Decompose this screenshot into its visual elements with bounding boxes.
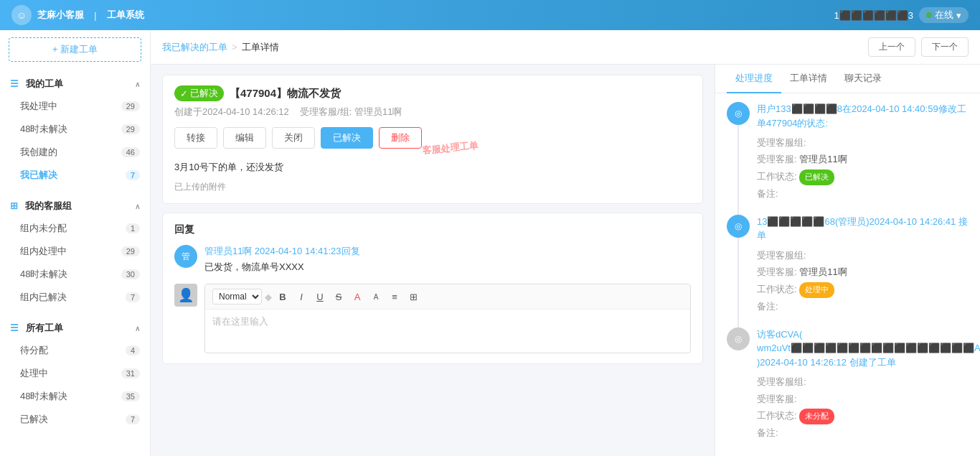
sidebar-section-my-tickets-header[interactable]: ☰ 我的工单 ∧ bbox=[0, 73, 150, 95]
ticket-title: 【477904】物流不发货 bbox=[230, 87, 341, 101]
timeline-author-1: 13⬛⬛⬛⬛⬛68(管理员)2024-04-10 14:26:41 接单 bbox=[757, 216, 968, 241]
timeline-field-0-0: 受理客服组: bbox=[757, 134, 969, 151]
new-ticket-button[interactable]: + 新建工单 bbox=[9, 37, 141, 62]
sidebar-item-all-processing[interactable]: 处理中 31 bbox=[0, 362, 150, 385]
timeline-field-2-3: 备注: bbox=[757, 424, 980, 441]
editor-placeholder: 请在这里输入 bbox=[212, 316, 268, 327]
ticket-detail: ✓ 已解决 【477904】物流不发货 创建于2024-04-10 14:26:… bbox=[151, 65, 715, 456]
next-ticket-button[interactable]: 下一个 bbox=[921, 37, 969, 57]
timeline-body-1: 13⬛⬛⬛⬛⬛68(管理员)2024-04-10 14:26:41 接单 受理客… bbox=[757, 215, 969, 315]
ticket-title-row: ✓ 已解决 【477904】物流不发货 bbox=[174, 85, 691, 101]
sidebar-item-my-processing-label: 我处理中 bbox=[20, 100, 57, 113]
timeline-body-2: 访客dCVA( wm2uVt⬛⬛⬛⬛⬛⬛⬛⬛⬛⬛⬛⬛⬛⬛⬛⬛A.337010 )… bbox=[757, 327, 980, 441]
toolbar-image-button[interactable]: ⊞ bbox=[405, 289, 421, 304]
sidebar-item-my-processing-badge: 29 bbox=[121, 101, 140, 111]
sidebar-item-my-created[interactable]: 我创建的 46 bbox=[0, 141, 150, 164]
timeline-field-2-0: 受理客服组: bbox=[757, 373, 980, 390]
sidebar-item-all-processing-label: 处理中 bbox=[20, 367, 48, 380]
timeline-line-0 bbox=[738, 125, 739, 215]
reply-item-0: 管 管理员11啊 2024-04-10 14:41:23回复 已发货，物流单号X… bbox=[174, 245, 691, 274]
header-dropdown-icon: ▾ bbox=[956, 10, 961, 21]
sidebar-section-my-group-header[interactable]: ⊞ 我的客服组 ∧ bbox=[0, 195, 150, 217]
timeline-header-0: 用户133⬛⬛⬛⬛8在2024-04-10 14:40:59修改工单477904… bbox=[757, 102, 969, 130]
sidebar-item-group-48h[interactable]: 48时未解决 30 bbox=[0, 263, 150, 286]
tab-chat-history[interactable]: 聊天记录 bbox=[836, 65, 890, 93]
editor-avatar-placeholder: 👤 bbox=[178, 287, 194, 303]
timeline-dot-2: ◎ bbox=[727, 327, 750, 350]
sidebar-section-my-tickets: ☰ 我的工单 ∧ 我处理中 29 48时未解决 29 我创建的 46 我已解决 … bbox=[0, 69, 150, 191]
status-tag-resolved: 已解决 bbox=[799, 169, 834, 185]
ticket-content: 3月10号下的单，还没发货 bbox=[174, 159, 691, 175]
editor-body[interactable]: 请在这里输入 bbox=[205, 310, 690, 353]
timeline-body-0: 用户133⬛⬛⬛⬛8在2024-04-10 14:40:59修改工单477904… bbox=[757, 102, 969, 202]
action-buttons: 转接 编辑 关闭 已解决 删除 bbox=[174, 127, 691, 149]
toolbar-divider-1: ◆ bbox=[265, 292, 272, 302]
sidebar-item-group-resolved[interactable]: 组内已解决 7 bbox=[0, 286, 150, 309]
ticket-content-text: 3月10号下的单，还没发货 bbox=[174, 162, 283, 172]
sidebar-item-my-resolved[interactable]: 我已解决 7 bbox=[0, 164, 150, 187]
breadcrumb-parent-link[interactable]: 我已解决的工单 bbox=[162, 41, 227, 54]
tab-process-progress[interactable]: 处理进度 bbox=[727, 65, 781, 93]
timeline-field-2-1: 受理客服: bbox=[757, 391, 980, 407]
toolbar-bold-button[interactable]: B bbox=[275, 289, 291, 304]
reply-title: 回复 bbox=[174, 223, 691, 236]
sidebar-item-all-unassigned[interactable]: 待分配 4 bbox=[0, 339, 150, 362]
sidebar-item-group-processing-label: 组内处理中 bbox=[20, 245, 67, 258]
sidebar-item-all-resolved-badge: 7 bbox=[126, 414, 140, 424]
breadcrumb-left: 我已解决的工单 > 工单详情 bbox=[162, 41, 279, 54]
sidebar-item-my-resolved-badge: 7 bbox=[126, 170, 140, 180]
sidebar-section-my-group: ⊞ 我的客服组 ∧ 组内未分配 1 组内处理中 29 48时未解决 30 组内已… bbox=[0, 191, 150, 313]
sidebar-item-all-unassigned-label: 待分配 bbox=[20, 344, 48, 357]
sidebar-item-my-48h-label: 48时未解决 bbox=[20, 123, 67, 136]
timeline-dot-1: ◎ bbox=[727, 215, 750, 238]
right-panel-tabs: 处理进度 工单详情 聊天记录 bbox=[715, 65, 980, 93]
edit-button[interactable]: 编辑 bbox=[223, 127, 266, 149]
prev-ticket-button[interactable]: 上一个 bbox=[868, 37, 915, 57]
ticket-attachment: 已上传的附件 bbox=[174, 181, 691, 193]
reply-timestamp-0: 2024-04-10 14:41:23回复 bbox=[255, 246, 360, 256]
tab-ticket-detail[interactable]: 工单详情 bbox=[781, 65, 836, 93]
breadcrumb-current: 工单详情 bbox=[242, 41, 279, 54]
timeline-field-1-2: 工作状态: 处理中 bbox=[757, 281, 969, 298]
timeline-field-0-1: 受理客服: 管理员11啊 bbox=[757, 151, 969, 167]
sidebar-item-my-48h[interactable]: 48时未解决 29 bbox=[0, 118, 150, 141]
toolbar-align-button[interactable]: ≡ bbox=[387, 289, 402, 304]
toolbar-underline-button[interactable]: U bbox=[312, 289, 328, 304]
reply-header-0: 管理员11啊 2024-04-10 14:41:23回复 bbox=[204, 245, 691, 258]
sidebar-item-all-resolved[interactable]: 已解决 7 bbox=[0, 408, 150, 431]
reply-editor[interactable]: Normal ◆ B I U S A A ≡ ⊞ bbox=[204, 284, 691, 353]
header-user-id: 1⬛⬛⬛⬛⬛⬛3 bbox=[834, 10, 913, 21]
reply-section: 回复 管 管理员11啊 2024-04-10 14:41:23回复 已发货，物流… bbox=[162, 213, 703, 364]
timeline-info-2: 受理客服组: 受理客服: 工作状态: 未分配 bbox=[757, 373, 980, 441]
sidebar-item-all-processing-badge: 31 bbox=[121, 368, 140, 378]
editor-style-select[interactable]: Normal bbox=[212, 289, 262, 304]
resolved-button[interactable]: 已解决 bbox=[321, 127, 373, 149]
toolbar-strikethrough-button[interactable]: S bbox=[331, 289, 347, 304]
sidebar-section-all: ☰ 所有工单 ∧ 待分配 4 处理中 31 48时未解决 35 已解决 7 bbox=[0, 313, 150, 435]
sidebar-item-my-processing[interactable]: 我处理中 29 bbox=[0, 95, 150, 118]
header-logo: ☺ 芝麻小客服 | 工单系统 bbox=[11, 5, 144, 25]
toolbar-italic-button[interactable]: I bbox=[293, 289, 309, 304]
sidebar-item-group-processing-badge: 29 bbox=[121, 246, 140, 256]
main-content: 我已解决的工单 > 工单详情 上一个 下一个 ✓ 已解决 bbox=[151, 30, 980, 456]
my-group-icon: ⊞ bbox=[10, 200, 18, 211]
timeline-info-0: 受理客服组: 受理客服: 管理员11啊 工作状态: bbox=[757, 134, 969, 202]
delete-button[interactable]: 删除 bbox=[379, 127, 422, 149]
toolbar-font-color-button[interactable]: A bbox=[349, 289, 365, 304]
sidebar-item-all-48h[interactable]: 48时未解决 35 bbox=[0, 385, 150, 408]
breadcrumb-nav: 上一个 下一个 bbox=[868, 37, 969, 57]
header-status[interactable]: 在线 ▾ bbox=[919, 7, 969, 23]
timeline-author-0: 用户133⬛⬛⬛⬛8在2024-04-10 14:40:59修改工单477904… bbox=[757, 103, 966, 129]
toolbar-font-size-button[interactable]: A bbox=[368, 289, 384, 304]
close-button[interactable]: 关闭 bbox=[272, 127, 315, 149]
sidebar-section-all-header[interactable]: ☰ 所有工单 ∧ bbox=[0, 317, 150, 339]
status-tag-unassigned: 未分配 bbox=[799, 409, 834, 424]
sidebar-item-group-unassigned-badge: 1 bbox=[126, 223, 140, 233]
sidebar-item-my-48h-badge: 29 bbox=[121, 124, 140, 134]
sidebar-item-group-unassigned[interactable]: 组内未分配 1 bbox=[0, 217, 150, 240]
timeline-author-2: 访客dCVA( wm2uVt⬛⬛⬛⬛⬛⬛⬛⬛⬛⬛⬛⬛⬛⬛⬛⬛A.337010 )… bbox=[757, 329, 980, 368]
timeline-field-0-3: 备注: bbox=[757, 185, 969, 202]
sidebar-item-group-processing[interactable]: 组内处理中 29 bbox=[0, 240, 150, 263]
transfer-button[interactable]: 转接 bbox=[174, 127, 217, 149]
sidebar-item-my-created-label: 我创建的 bbox=[20, 146, 57, 159]
